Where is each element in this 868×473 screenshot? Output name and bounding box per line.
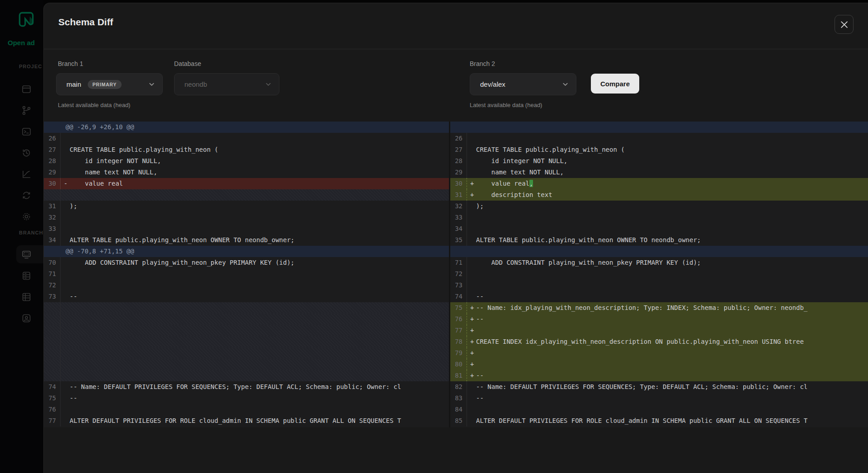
diff-spacer-row bbox=[44, 370, 449, 381]
branch1-select[interactable]: main PRIMARY bbox=[56, 73, 163, 95]
code-line: ADD CONSTRAINT playing_with_neon_pkey PR… bbox=[476, 257, 868, 268]
diff-row: 77+ bbox=[450, 325, 868, 336]
code-line: -- Name: DEFAULT PRIVILEGES FOR SEQUENCE… bbox=[70, 381, 449, 393]
database-value: neondb bbox=[184, 80, 207, 88]
line-number bbox=[44, 370, 61, 381]
code-line bbox=[70, 347, 449, 359]
diff-pane-branch1[interactable]: @@ -26,9 +26,10 @@2627CREATE TABLE publi… bbox=[44, 122, 449, 427]
code-line: ALTER TABLE public.playing_with_neon OWN… bbox=[70, 234, 449, 246]
code-line bbox=[70, 223, 449, 234]
diff-row: 30+ value real, bbox=[450, 178, 868, 189]
code-line: description text bbox=[476, 189, 868, 201]
diff-row: 71 ADD CONSTRAINT playing_with_neon_pkey… bbox=[450, 257, 868, 268]
code-line: -- bbox=[476, 291, 868, 302]
line-number bbox=[44, 359, 61, 370]
diff-row: 79+ bbox=[450, 347, 868, 359]
line-number: 71 bbox=[450, 257, 467, 268]
diff-hunk-header bbox=[450, 122, 868, 133]
schema-diff-view: @@ -26,9 +26,10 @@2627CREATE TABLE publi… bbox=[44, 122, 868, 427]
schema-diff-modal: Schema Diff Branch 1 Database Branch 2 m… bbox=[43, 3, 868, 473]
diff-row: 32); bbox=[450, 201, 868, 212]
code-line: id integer NOT NULL, bbox=[476, 155, 868, 167]
line-number: 29 bbox=[44, 167, 61, 178]
line-number: 72 bbox=[44, 280, 61, 291]
code-line: -- Name: idx_playing_with_neon_descripti… bbox=[476, 302, 868, 314]
diff-spacer-row bbox=[44, 359, 449, 370]
code-line bbox=[70, 404, 449, 415]
line-number bbox=[44, 325, 61, 336]
code-line: ADD CONSTRAINT playing_with_neon_pkey PR… bbox=[70, 257, 449, 268]
code-line bbox=[476, 268, 868, 280]
line-number: 76 bbox=[44, 404, 61, 415]
diff-row: 73 bbox=[450, 280, 868, 291]
line-number: 73 bbox=[450, 280, 467, 291]
diff-row: 31+ description text bbox=[450, 189, 868, 201]
code-line bbox=[70, 212, 449, 223]
code-line bbox=[70, 302, 449, 314]
database-select[interactable]: neondb bbox=[174, 73, 279, 95]
code-line bbox=[70, 133, 449, 144]
code-line: id integer NOT NULL, bbox=[70, 155, 449, 167]
diff-pane-branch2[interactable]: 2627CREATE TABLE public.playing_with_neo… bbox=[450, 122, 868, 427]
diff-row: 72 bbox=[450, 268, 868, 280]
compare-button[interactable]: Compare bbox=[591, 74, 639, 94]
line-number: 32 bbox=[450, 201, 467, 212]
line-number: 32 bbox=[44, 212, 61, 223]
code-line bbox=[476, 280, 868, 291]
code-line bbox=[476, 133, 868, 144]
modal-header: Schema Diff bbox=[44, 3, 868, 49]
close-icon bbox=[840, 21, 848, 28]
code-line bbox=[70, 280, 449, 291]
line-number: 33 bbox=[44, 223, 61, 234]
code-line: -- bbox=[70, 393, 449, 404]
diff-row: 28 id integer NOT NULL, bbox=[450, 155, 868, 167]
diff-row: 26 bbox=[44, 133, 449, 144]
code-line: -- bbox=[476, 393, 868, 404]
line-number: 82 bbox=[450, 381, 467, 393]
line-number: 28 bbox=[44, 155, 61, 167]
diff-row: 27CREATE TABLE public.playing_with_neon … bbox=[450, 144, 868, 155]
diff-row: 29 name text NOT NULL, bbox=[450, 167, 868, 178]
code-line: value real, bbox=[476, 178, 868, 189]
code-line bbox=[70, 268, 449, 280]
code-line bbox=[476, 359, 868, 370]
diff-row: 71 bbox=[44, 268, 449, 280]
diff-spacer-row bbox=[44, 189, 449, 201]
line-number: 30 bbox=[44, 178, 61, 189]
diff-row: 31); bbox=[44, 201, 449, 212]
diff-row: 33 bbox=[450, 212, 868, 223]
branch2-label: Branch 2 bbox=[470, 60, 495, 67]
diff-row: 84 bbox=[450, 404, 868, 415]
line-number: 31 bbox=[44, 201, 61, 212]
diff-row: 34ALTER TABLE public.playing_with_neon O… bbox=[44, 234, 449, 246]
line-number bbox=[44, 336, 61, 347]
code-line: -- bbox=[70, 291, 449, 302]
diff-hunk-header: @@ -26,9 +26,10 @@ bbox=[44, 122, 449, 133]
diff-row: 75-- bbox=[44, 393, 449, 404]
branch2-caption: Latest available data (head) bbox=[470, 102, 542, 108]
code-line: ALTER DEFAULT PRIVILEGES FOR ROLE cloud_… bbox=[476, 415, 868, 426]
code-line: CREATE INDEX idx_playing_with_neon_descr… bbox=[476, 336, 868, 347]
line-number bbox=[44, 347, 61, 359]
chevron-down-icon bbox=[148, 81, 155, 88]
line-number: 35 bbox=[450, 234, 467, 246]
code-line bbox=[70, 336, 449, 347]
line-number bbox=[44, 302, 61, 314]
diff-hunk-header bbox=[450, 246, 868, 257]
line-number: 71 bbox=[44, 268, 61, 280]
database-label: Database bbox=[174, 60, 201, 67]
code-line: ALTER DEFAULT PRIVILEGES FOR ROLE cloud_… bbox=[70, 415, 449, 426]
code-line bbox=[70, 370, 449, 381]
diff-row: 75+-- Name: idx_playing_with_neon_descri… bbox=[450, 302, 868, 314]
diff-row: 82-- Name: DEFAULT PRIVILEGES FOR SEQUEN… bbox=[450, 381, 868, 393]
line-number: 78 bbox=[450, 336, 467, 347]
branch2-select[interactable]: dev/alex bbox=[470, 73, 576, 95]
line-number: 27 bbox=[44, 144, 61, 155]
diff-row: 74-- bbox=[450, 291, 868, 302]
diff-row: 76+-- bbox=[450, 314, 868, 325]
chevron-down-icon bbox=[562, 81, 569, 88]
diff-spacer-row bbox=[44, 325, 449, 336]
line-number: 80 bbox=[450, 359, 467, 370]
close-button[interactable] bbox=[835, 15, 854, 34]
code-line bbox=[476, 325, 868, 336]
